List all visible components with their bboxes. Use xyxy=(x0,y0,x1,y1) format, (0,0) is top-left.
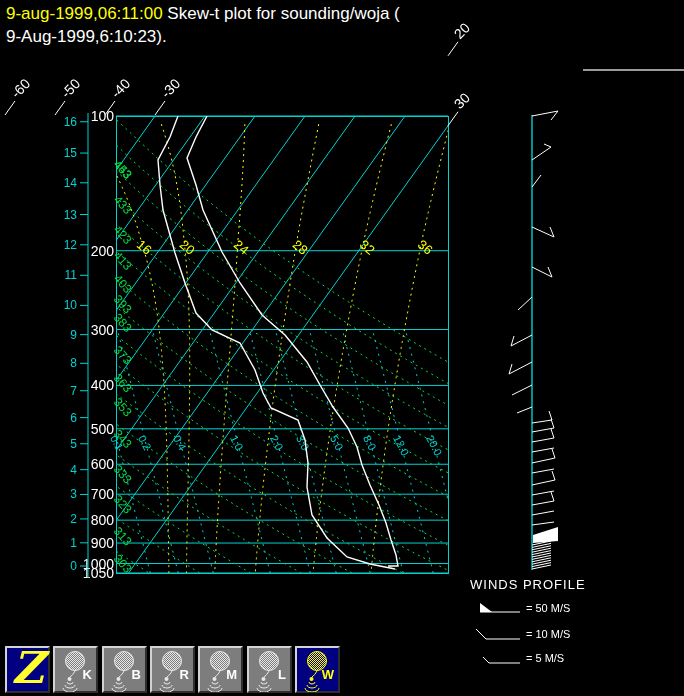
legend-label: = 5 M/S xyxy=(526,652,564,664)
toolbar-button-letter: L xyxy=(278,667,286,682)
legend-label: = 10 M/S xyxy=(526,628,570,640)
toolbar-button-letter: W xyxy=(322,667,334,682)
toolbar-button-r[interactable]: R xyxy=(150,646,195,693)
toolbar-button-letter: K xyxy=(83,667,92,682)
z-icon: Z xyxy=(7,642,48,685)
legend-row-50ms: = 50 M/S xyxy=(478,601,570,615)
toolbar-button-letter: R xyxy=(180,667,189,682)
winds-profile-label: WINDS PROFILE xyxy=(470,577,586,592)
toolbar-button-w[interactable]: W xyxy=(295,646,340,693)
full-barb-icon xyxy=(474,627,522,641)
toolbar-button-m[interactable]: M xyxy=(198,646,243,693)
toolbar-button-b[interactable]: B xyxy=(102,646,147,693)
legend-row-10ms: = 10 M/S xyxy=(474,627,570,641)
legend-label: = 50 M/S xyxy=(526,602,570,614)
toolbar-button-k[interactable]: K xyxy=(53,646,98,693)
app-window: 9-aug-1999,06:11:00 Skew-t plot for soun… xyxy=(0,0,684,696)
flag-barb-icon xyxy=(478,601,522,615)
half-barb-icon xyxy=(478,651,522,665)
legend-row-5ms: = 5 M/S xyxy=(478,651,564,665)
toolbar-button-letter: B xyxy=(132,667,141,682)
toolbar-button-letter: M xyxy=(226,667,237,682)
toolbar-button-l[interactable]: L xyxy=(247,646,292,693)
toolbar-button-z[interactable]: Z xyxy=(5,646,50,693)
